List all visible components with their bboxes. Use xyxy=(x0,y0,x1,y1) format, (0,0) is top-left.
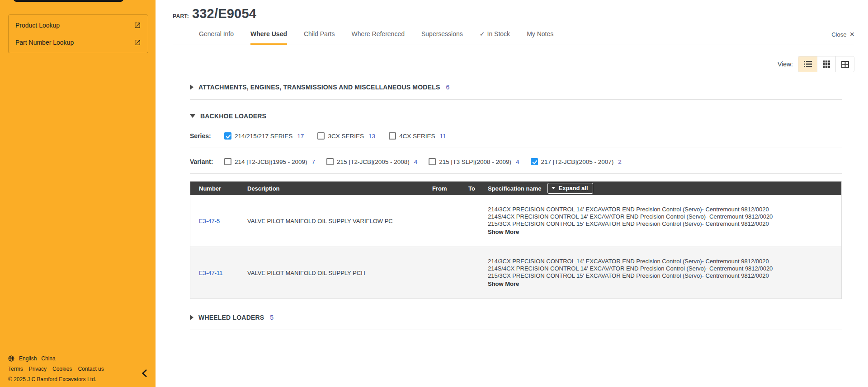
tab-where-referenced[interactable]: Where Referenced xyxy=(351,30,405,45)
product-lookup-label: Product Lookup xyxy=(15,22,60,29)
variant-label: Variant: xyxy=(190,158,224,165)
triangle-right-icon xyxy=(190,315,193,320)
variant-checkbox-214-t2[interactable]: 214 [T2-JCB](1995 - 2009) 7 xyxy=(224,158,315,165)
tab-supersessions[interactable]: Supersessions xyxy=(421,30,463,45)
part-number: 332/E9054 xyxy=(192,6,256,21)
show-more-link[interactable]: Show More xyxy=(488,280,834,288)
column-header-number: Number xyxy=(199,185,247,192)
section-count: 6 xyxy=(446,84,449,91)
variant-checkbox-215-t2[interactable]: 215 [T2-JCB](2005 - 2008) 4 xyxy=(326,158,417,165)
external-link-icon xyxy=(134,39,141,46)
variant-checkbox-217-t2[interactable]: 217 [T2-JCB](2005 - 2007) 2 xyxy=(531,158,622,165)
section-attachments[interactable]: ATTACHMENTS, ENGINES, TRANSMISSIONS AND … xyxy=(190,75,842,99)
external-link-icon xyxy=(134,22,141,29)
grid-view-button[interactable] xyxy=(817,56,835,72)
cookies-link[interactable]: Cookies xyxy=(52,366,72,372)
sidebar-footer: English China Terms Privacy Cookies Cont… xyxy=(8,351,104,382)
part-number-link[interactable]: E3-47-5 xyxy=(199,218,247,224)
tab-where-used[interactable]: Where Used xyxy=(250,30,287,45)
chevron-down-icon xyxy=(552,187,555,189)
list-view-button[interactable] xyxy=(798,56,817,72)
country-selector[interactable]: China xyxy=(41,355,55,362)
check-icon: ✓ xyxy=(480,30,485,37)
grid-3x3-icon xyxy=(823,61,830,68)
column-header-from: From xyxy=(432,185,468,192)
tab-bar: General Info Where Used Child Parts Wher… xyxy=(173,30,854,45)
tab-child-parts[interactable]: Child Parts xyxy=(304,30,335,45)
contact-us-link[interactable]: Contact us xyxy=(78,366,104,372)
series-checkbox-3cx[interactable]: 3CX SERIES 13 xyxy=(317,132,375,140)
checkbox-unchecked xyxy=(389,132,396,140)
section-backhoe-loaders[interactable]: BACKHOE LOADERS xyxy=(190,100,842,122)
checkbox-unchecked xyxy=(224,158,231,165)
globe-icon xyxy=(8,355,14,362)
checkbox-checked xyxy=(224,132,231,140)
part-description: VALVE PILOT MANIFOLD OIL SUPPLY PCH xyxy=(247,270,432,276)
terms-link[interactable]: Terms xyxy=(8,366,23,372)
triangle-right-icon xyxy=(190,84,193,90)
part-title: PART: 332/E9054 xyxy=(173,6,854,21)
table-view-button[interactable] xyxy=(835,56,854,72)
specification-cell: 214/3CX PRECISION CONTROL 14' EXCAVATOR … xyxy=(488,247,841,298)
where-used-content: ATTACHMENTS, ENGINES, TRANSMISSIONS AND … xyxy=(190,75,842,330)
part-description: VALVE PILOT MANIFOLD OIL SUPPLY VARIFLOW… xyxy=(247,218,432,224)
language-selector[interactable]: English xyxy=(19,355,37,362)
sidebar: Product Lookup Part Number Lookup Englis… xyxy=(0,0,156,387)
part-detail-panel: PART: 332/E9054 General Info Where Used … xyxy=(156,0,868,387)
column-header-specification: Specification name xyxy=(488,185,541,192)
divider xyxy=(190,173,842,174)
section-wheeled-loaders[interactable]: WHEELED LOADERS 5 xyxy=(190,305,842,330)
checkbox-unchecked xyxy=(429,158,436,165)
table-header-row: Number Description From To Specification… xyxy=(190,182,841,195)
tab-general-info[interactable]: General Info xyxy=(199,30,234,45)
view-toolbar: View: xyxy=(173,56,854,72)
where-used-table: Number Description From To Specification… xyxy=(190,181,842,299)
lookup-links-panel: Product Lookup Part Number Lookup xyxy=(8,14,148,53)
column-header-description: Description xyxy=(247,185,432,192)
triangle-down-icon xyxy=(190,114,195,118)
close-button[interactable]: Close × xyxy=(831,31,854,44)
checkbox-unchecked xyxy=(317,132,325,140)
specification-cell: 214/3CX PRECISION CONTROL 14' EXCAVATOR … xyxy=(488,195,841,247)
sidebar-top-button-partial[interactable] xyxy=(14,0,123,2)
tab-my-notes[interactable]: My Notes xyxy=(527,30,553,45)
variant-checkbox-215-t3slp[interactable]: 215 [T3 SLP](2008 - 2009) 4 xyxy=(429,158,519,165)
product-lookup-link[interactable]: Product Lookup xyxy=(9,17,148,34)
privacy-link[interactable]: Privacy xyxy=(29,366,47,372)
list-view-icon xyxy=(804,61,812,67)
part-number-lookup-link[interactable]: Part Number Lookup xyxy=(9,34,148,51)
series-label: Series: xyxy=(190,132,224,140)
variant-filter-row: Variant: 214 [T2-JCB](1995 - 2009) 7 215… xyxy=(190,158,842,173)
close-icon: × xyxy=(849,32,854,37)
close-label: Close xyxy=(831,31,846,38)
section-count: 5 xyxy=(270,314,274,321)
part-number-link[interactable]: E3-47-11 xyxy=(199,270,247,276)
checkbox-unchecked xyxy=(326,158,334,165)
copyright-text: © 2025 J C Bamford Excavators Ltd. xyxy=(8,376,96,382)
tab-in-stock[interactable]: ✓ In Stock xyxy=(480,30,510,45)
part-label: PART: xyxy=(173,13,189,19)
show-more-link[interactable]: Show More xyxy=(488,228,834,236)
series-checkbox-4cx[interactable]: 4CX SERIES 11 xyxy=(389,132,446,140)
divider xyxy=(190,330,842,330)
series-filter-row: Series: 214/215/217 SERIES 17 3CX SERIES… xyxy=(190,132,842,148)
sidebar-collapse-button[interactable] xyxy=(142,369,147,377)
chevron-left-icon xyxy=(142,369,147,377)
table-row: E3-47-11 VALVE PILOT MANIFOLD OIL SUPPLY… xyxy=(190,247,841,298)
divider xyxy=(190,148,842,148)
grid-2x2-icon xyxy=(841,61,849,68)
view-label: View: xyxy=(778,61,793,68)
part-number-lookup-label: Part Number Lookup xyxy=(15,39,74,46)
view-toggle-group xyxy=(798,56,854,72)
series-checkbox-214-215-217[interactable]: 214/215/217 SERIES 17 xyxy=(224,132,304,140)
table-row: E3-47-5 VALVE PILOT MANIFOLD OIL SUPPLY … xyxy=(190,195,841,247)
column-header-to: To xyxy=(468,185,488,192)
checkbox-checked xyxy=(531,158,538,165)
expand-all-button[interactable]: Expand all xyxy=(547,183,593,194)
